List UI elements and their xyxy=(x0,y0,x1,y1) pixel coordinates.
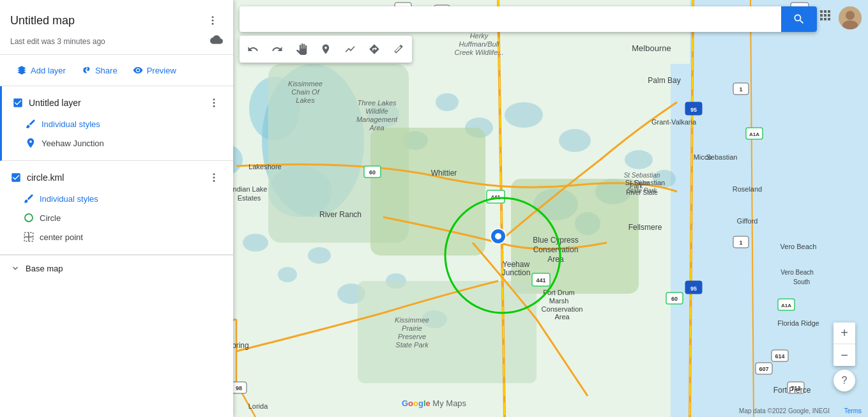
preview-button[interactable]: Preview xyxy=(126,61,183,79)
svg-text:South: South xyxy=(793,278,810,285)
layer-2-circle-item[interactable]: Circle xyxy=(23,208,223,227)
svg-text:Conservation: Conservation xyxy=(542,305,583,313)
svg-text:Palm Bay: Palm Bay xyxy=(648,76,680,85)
svg-point-142 xyxy=(213,98,215,100)
svg-text:1: 1 xyxy=(739,239,742,246)
svg-text:Wildlife: Wildlife xyxy=(365,107,388,115)
svg-text:607: 607 xyxy=(759,366,768,372)
layer-1-sub-items: Individual styles Yeehaw Junction xyxy=(12,114,223,153)
add-layer-button[interactable]: Add layer xyxy=(10,61,72,79)
layer-title-row-2: circle.kml xyxy=(10,172,64,183)
layer-checkbox-1[interactable] xyxy=(12,97,24,109)
svg-point-144 xyxy=(213,105,215,107)
svg-text:Whittier: Whittier xyxy=(431,169,457,178)
layers-section: Untitled layer Individual styles xyxy=(0,86,233,417)
add-marker-button[interactable] xyxy=(315,38,337,60)
svg-text:Fellsmere: Fellsmere xyxy=(628,223,662,232)
search-input[interactable] xyxy=(240,6,781,32)
svg-text:95: 95 xyxy=(690,285,697,292)
redo-button[interactable] xyxy=(266,38,288,60)
undo-button[interactable] xyxy=(242,38,264,60)
svg-text:Fort Pierce: Fort Pierce xyxy=(773,386,811,395)
svg-text:Area: Area xyxy=(369,124,384,132)
layer-2-centerpoint-item[interactable]: center point xyxy=(23,227,223,246)
svg-text:Conservation: Conservation xyxy=(533,245,579,254)
svg-text:State Park: State Park xyxy=(627,187,658,194)
map-subtitle-row: Last edit was 3 minutes ago xyxy=(10,33,223,49)
map-subtitle: Last edit was 3 minutes ago xyxy=(10,37,105,46)
zoom-in-button[interactable]: + xyxy=(834,322,855,344)
redo-icon xyxy=(271,43,283,55)
base-map-section[interactable]: Base map xyxy=(0,255,233,281)
zoom-out-button[interactable]: − xyxy=(834,344,855,366)
cloud-save-icon xyxy=(210,33,223,49)
layer-title-2: circle.kml xyxy=(27,172,64,183)
toolbar: Add layer Share Preview xyxy=(0,55,233,86)
svg-text:Area: Area xyxy=(547,255,564,264)
svg-text:60: 60 xyxy=(369,169,376,176)
svg-text:Blue Cypress: Blue Cypress xyxy=(533,236,578,245)
layer-2-style-item[interactable]: Individual styles xyxy=(23,189,223,208)
svg-point-147 xyxy=(213,180,215,182)
google-apps-button[interactable] xyxy=(818,8,833,26)
svg-text:Lorida: Lorida xyxy=(248,402,268,410)
svg-text:Kissimmee: Kissimmee xyxy=(288,80,323,87)
layer-title-row-1: Untitled layer xyxy=(12,97,81,109)
user-avatar[interactable] xyxy=(839,6,862,29)
base-map-label: Base map xyxy=(26,264,63,273)
help-button[interactable]: ? xyxy=(834,370,855,391)
svg-point-17 xyxy=(625,150,653,169)
svg-text:60: 60 xyxy=(671,296,678,302)
hand-icon xyxy=(296,43,307,55)
sidebar-header: Untitled map Last edit was 3 minutes ago xyxy=(0,0,233,55)
layer-2-more-button[interactable] xyxy=(205,169,223,186)
layer-untitled-header: Untitled layer xyxy=(12,94,223,112)
share-button[interactable]: Share xyxy=(75,61,124,79)
search-button[interactable] xyxy=(781,6,817,32)
layer-1-place-item[interactable]: Yeehaw Junction xyxy=(25,133,223,153)
svg-point-20 xyxy=(278,267,297,282)
map-title: Untitled map xyxy=(10,14,75,27)
terms-link[interactable]: Terms xyxy=(844,407,862,414)
pan-button[interactable] xyxy=(291,38,312,60)
svg-text:Three Lakes: Three Lakes xyxy=(357,99,397,107)
svg-point-145 xyxy=(213,173,215,175)
crosshair-icon xyxy=(23,231,34,243)
direction-icon xyxy=(369,43,380,55)
svg-point-10 xyxy=(436,93,459,111)
layer-1-more-button[interactable] xyxy=(205,94,223,112)
svg-text:Preserve: Preserve xyxy=(398,333,426,340)
svg-text:Marsh: Marsh xyxy=(549,297,569,305)
svg-point-132 xyxy=(495,233,501,239)
paint-icon xyxy=(25,118,36,130)
line-icon xyxy=(344,43,356,55)
layer-checkbox-2[interactable] xyxy=(10,172,22,183)
layer-untitled: Untitled layer Individual styles xyxy=(0,86,233,161)
measure-button[interactable] xyxy=(388,38,409,60)
layer-2-circle-label: Circle xyxy=(40,213,61,223)
zoom-in-label: + xyxy=(841,326,848,340)
layer-1-style-label: Individual styles xyxy=(42,119,100,129)
svg-text:Management: Management xyxy=(356,116,398,123)
svg-text:Estates: Estates xyxy=(238,194,261,202)
draw-line-button[interactable] xyxy=(339,38,361,60)
top-bar xyxy=(240,6,817,63)
add-direction-button[interactable] xyxy=(363,38,385,60)
svg-text:Lakeshore: Lakeshore xyxy=(248,163,281,171)
svg-point-153 xyxy=(846,11,855,20)
paint-icon-2 xyxy=(23,193,34,204)
svg-text:State Park: State Park xyxy=(395,341,429,349)
svg-text:Yeehaw: Yeehaw xyxy=(503,260,530,269)
svg-text:95: 95 xyxy=(690,107,697,113)
map-title-row: Untitled map xyxy=(10,10,223,31)
layer-1-style-item[interactable]: Individual styles xyxy=(25,114,223,133)
svg-text:614: 614 xyxy=(775,353,784,360)
zoom-controls: + − xyxy=(834,322,855,366)
map-more-options-button[interactable] xyxy=(202,10,223,31)
svg-text:Grant-Valkaria: Grant-Valkaria xyxy=(651,118,697,126)
layer-circle-header: circle.kml xyxy=(10,169,223,186)
preview-label: Preview xyxy=(147,66,176,75)
svg-text:A1A: A1A xyxy=(781,303,791,308)
svg-text:Junction: Junction xyxy=(502,268,531,277)
svg-text:St Sebastian: St Sebastian xyxy=(624,172,660,179)
